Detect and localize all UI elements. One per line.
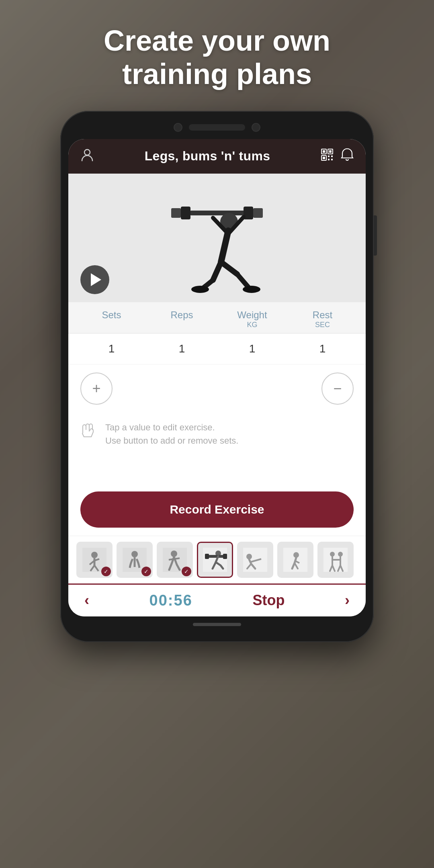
svg-point-0 bbox=[84, 149, 90, 155]
svg-point-25 bbox=[243, 286, 260, 293]
col-rest-label: Rest bbox=[313, 309, 332, 321]
app-header: Legs, bums 'n' tums bbox=[68, 139, 366, 174]
phone-speaker bbox=[189, 124, 245, 131]
svg-rect-13 bbox=[171, 208, 181, 218]
remove-set-button[interactable]: − bbox=[321, 373, 354, 405]
svg-rect-10 bbox=[331, 159, 333, 160]
phone-screen: Legs, bums 'n' tums bbox=[68, 139, 366, 616]
stop-button[interactable]: Stop bbox=[252, 592, 285, 609]
thumb-5[interactable] bbox=[237, 542, 273, 578]
cell-weight[interactable]: 1 bbox=[217, 342, 287, 355]
col-sets-label: Sets bbox=[102, 309, 121, 321]
thumb-1[interactable]: ✓ bbox=[76, 542, 113, 578]
svg-point-27 bbox=[91, 552, 98, 558]
phone-frame: Legs, bums 'n' tums bbox=[60, 111, 374, 642]
col-sets: Sets bbox=[76, 309, 147, 329]
record-exercise-button[interactable]: Record Exercise bbox=[80, 491, 354, 528]
col-weight: Weight KG bbox=[217, 309, 287, 329]
col-rest: Rest SEC bbox=[287, 309, 358, 329]
phone-bottom-bar bbox=[68, 623, 366, 626]
header-icons bbox=[321, 148, 354, 164]
svg-line-23 bbox=[237, 274, 249, 288]
svg-rect-42 bbox=[205, 554, 209, 559]
hint-line2: Use button to add or remove sets. bbox=[105, 434, 238, 447]
col-weight-sublabel: KG bbox=[247, 321, 257, 329]
col-reps-label: Reps bbox=[170, 309, 193, 321]
promo-title: Create your owntraining plans bbox=[72, 0, 362, 111]
exercise-figure bbox=[141, 182, 293, 294]
hint-row: Tap a value to edit exercise. Use button… bbox=[68, 413, 366, 459]
thumb-6[interactable] bbox=[277, 542, 313, 578]
thumb-checkmark-1: ✓ bbox=[101, 567, 111, 576]
svg-rect-2 bbox=[323, 150, 325, 153]
phone-side-button bbox=[374, 215, 377, 256]
spacer bbox=[68, 459, 366, 491]
bell-icon[interactable] bbox=[341, 148, 354, 164]
next-arrow[interactable]: › bbox=[345, 592, 350, 609]
record-exercise-section: Record Exercise bbox=[68, 491, 366, 536]
thumb-3[interactable]: ✓ bbox=[157, 542, 193, 578]
cell-rest[interactable]: 1 bbox=[287, 342, 358, 355]
svg-rect-15 bbox=[253, 208, 263, 218]
add-remove-row: + − bbox=[68, 364, 366, 413]
svg-rect-8 bbox=[331, 156, 333, 157]
svg-rect-41 bbox=[207, 555, 225, 558]
hint-line1: Tap a value to edit exercise. bbox=[105, 421, 238, 434]
col-reps: Reps bbox=[147, 309, 217, 329]
thumb-4[interactable] bbox=[197, 542, 233, 578]
svg-point-24 bbox=[191, 286, 209, 293]
table-header: Sets Reps Weight KG Rest SEC bbox=[68, 302, 366, 334]
svg-rect-6 bbox=[323, 157, 325, 159]
play-button[interactable] bbox=[80, 265, 109, 294]
thumb-2[interactable]: ✓ bbox=[117, 542, 153, 578]
col-weight-label: Weight bbox=[237, 309, 267, 321]
exercise-image-area bbox=[68, 174, 366, 302]
exercise-data-row: 1 1 1 1 bbox=[68, 334, 366, 364]
svg-rect-9 bbox=[328, 159, 330, 160]
thumbnails-strip: ✓ ✓ bbox=[68, 536, 366, 583]
thumb-7[interactable] bbox=[317, 542, 354, 578]
svg-rect-43 bbox=[223, 554, 227, 559]
svg-rect-4 bbox=[329, 150, 332, 153]
thumb-checkmark-2: ✓ bbox=[141, 567, 151, 576]
svg-rect-7 bbox=[328, 156, 330, 157]
timer-display: 00:56 bbox=[149, 592, 192, 609]
svg-rect-12 bbox=[181, 207, 190, 219]
home-indicator bbox=[193, 623, 241, 626]
thumb-checkmark-3: ✓ bbox=[182, 567, 191, 576]
qr-icon[interactable] bbox=[321, 148, 334, 164]
hand-icon bbox=[80, 422, 97, 445]
phone-top-bar bbox=[68, 123, 366, 132]
add-set-button[interactable]: + bbox=[80, 373, 113, 405]
phone-camera bbox=[174, 123, 182, 132]
page: Create your owntraining plans Legs, bums… bbox=[0, 0, 434, 868]
cell-sets[interactable]: 1 bbox=[76, 342, 147, 355]
col-rest-sublabel: SEC bbox=[315, 321, 330, 329]
prev-arrow[interactable]: ‹ bbox=[84, 592, 89, 609]
hint-text: Tap a value to edit exercise. Use button… bbox=[105, 421, 238, 447]
svg-line-20 bbox=[213, 262, 221, 280]
svg-line-22 bbox=[221, 262, 237, 274]
cell-reps[interactable]: 1 bbox=[147, 342, 217, 355]
phone-camera-2 bbox=[252, 123, 260, 132]
svg-point-34 bbox=[131, 551, 138, 557]
record-exercise-label: Record Exercise bbox=[170, 503, 264, 516]
user-icon[interactable] bbox=[80, 148, 94, 165]
app-header-title: Legs, bums 'n' tums bbox=[145, 149, 270, 164]
bottom-nav-bar: ‹ 00:56 Stop › bbox=[68, 583, 366, 616]
